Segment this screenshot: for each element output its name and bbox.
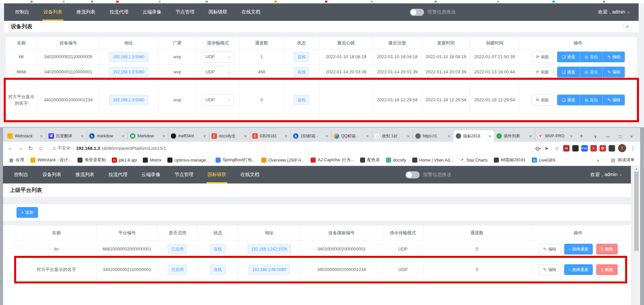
back-icon[interactable]: ←	[6, 143, 15, 153]
browser-tab[interactable]: 译百度翻译×	[46, 130, 87, 142]
nav-item-console[interactable]: 控制台	[8, 3, 36, 21]
channel-button[interactable]: ❏通道	[557, 67, 580, 77]
bookmark-item[interactable]: 66国标28181	[491, 156, 528, 164]
edit-button[interactable]: ✎编辑	[538, 244, 561, 255]
password-key-icon[interactable]	[535, 145, 541, 151]
bookmark-item[interactable]: Home | Vben Ad...	[410, 157, 456, 164]
bookmark-item[interactable]: Motrix	[140, 157, 164, 164]
delete-button[interactable]: ▯删除	[596, 264, 618, 275]
browser-tab[interactable]: b163邮箱 -×	[290, 130, 331, 142]
browser-tab[interactable]: 插件列表×	[494, 130, 535, 142]
browser-tab-active[interactable]: 国标2818×	[453, 130, 494, 142]
apps-shortcut[interactable]: ▦应用	[6, 156, 27, 164]
close-icon[interactable]: ×	[162, 134, 166, 139]
bookmark-star-icon[interactable]: ☆	[552, 143, 561, 153]
select-channel-button[interactable]: ‹选择通道	[564, 244, 593, 255]
browser-tab[interactable]: https://1×	[413, 130, 453, 142]
menu-dots-icon[interactable]: ⋮	[628, 143, 638, 153]
nav-item-device-list[interactable]: 设备列表	[36, 3, 69, 21]
address-badge[interactable]: 192.168.1.3:5060	[109, 67, 148, 77]
bookmark-item[interactable]: SpringBoot打包...	[213, 156, 258, 164]
vue-devtools-icon[interactable]: V	[590, 145, 597, 151]
nav-item-cloud-record[interactable]: 云端录像	[135, 3, 168, 21]
bookmark-item[interactable]: optimus-manage...	[165, 157, 212, 164]
browser-tab[interactable]: Cdocsify生×	[209, 130, 250, 142]
browser-tab[interactable]: QQ邮箱 -×	[331, 130, 372, 142]
browser-tab[interactable]: ΨWVP-PRO×	[535, 130, 576, 142]
nav-item-node-manage[interactable]: 节点管理	[168, 3, 201, 21]
locate-button[interactable]: ◎定位	[580, 67, 603, 77]
bookmark-item[interactable]: ↗Star Charts	[457, 157, 490, 164]
reading-list-button[interactable]: ▤阅读清单	[608, 156, 637, 164]
close-icon[interactable]: ×	[121, 134, 125, 139]
locate-button[interactable]: ◎定位	[580, 52, 603, 62]
bookmarks-overflow-icon[interactable]: »	[594, 158, 601, 163]
nav-item-push-list[interactable]: 推流列表	[69, 3, 102, 21]
nav-item-online-docs[interactable]: 在线文档	[233, 166, 266, 183]
page-scrollbar[interactable]: ▲	[634, 166, 639, 305]
minimize-icon[interactable]: —	[606, 134, 610, 139]
close-icon[interactable]: ×	[365, 134, 369, 139]
select-channel-button[interactable]: ‹选择通道	[564, 264, 593, 275]
maximize-icon[interactable]: □	[619, 134, 622, 139]
edit-button[interactable]: ✎编辑	[538, 264, 561, 275]
adblock-icon[interactable]: ⊘	[600, 145, 606, 151]
home-icon[interactable]: ⌂	[36, 143, 45, 153]
close-icon[interactable]: ×	[243, 134, 247, 139]
nav-item-gb-cascade[interactable]: 国标级联	[200, 166, 233, 183]
close-icon[interactable]: ×	[284, 134, 288, 139]
close-icon[interactable]: ×	[80, 134, 84, 139]
channel-button[interactable]: ❏通道	[557, 95, 580, 105]
profile-avatar[interactable]: I	[618, 144, 626, 152]
edit-button[interactable]: ✎编辑	[603, 52, 625, 62]
close-icon[interactable]: ×	[202, 134, 206, 139]
bookmark-item[interactable]: Ojdk1.8 api	[109, 157, 139, 164]
scroll-up-icon[interactable]: ▲	[634, 166, 639, 171]
channel-button[interactable]: ❏通道	[557, 52, 580, 62]
address-badge[interactable]: 192.168.1.3:5060	[109, 95, 148, 105]
browser-tab[interactable]: ◇收到 1封×	[372, 130, 413, 142]
nav-item-pull-proxy[interactable]: 拉流代理	[101, 166, 134, 183]
bookmark-item[interactable]: Overview (JSIP A...	[259, 157, 307, 164]
forward-icon[interactable]: →	[16, 143, 25, 153]
user-menu[interactable]: 欢迎，admin ∨	[598, 3, 639, 21]
alarm-toggle[interactable]	[406, 171, 420, 178]
refresh-page-button[interactable]: ⟳	[623, 22, 632, 31]
js-extension-icon[interactable]: JS	[563, 145, 570, 151]
nav-item-node-manage[interactable]: 节点管理	[167, 166, 200, 183]
alarm-toggle[interactable]	[410, 9, 424, 16]
browser-tab[interactable]: Webstack×	[5, 130, 46, 142]
bookmark-item[interactable]: 配色表	[358, 156, 382, 164]
browser-tab[interactable]: MMarkdow×	[127, 130, 168, 142]
bookmark-item[interactable]: AJ-Captcha: 行为...	[308, 156, 356, 164]
close-icon[interactable]: ×	[325, 134, 329, 139]
address-badge[interactable]: 192.168.1.242:1506	[248, 244, 291, 254]
locate-button[interactable]: ◎定位	[580, 95, 603, 105]
address-bar[interactable]: ⚠不安全 192.168.1.3:18080/#/parentPlatformL…	[48, 143, 533, 153]
close-icon[interactable]: ×	[488, 134, 492, 139]
nav-item-console[interactable]: 控制台	[7, 166, 35, 183]
bookmark-item[interactable]: QLiveGBS	[529, 157, 558, 164]
close-icon[interactable]: ×	[406, 134, 410, 139]
close-icon[interactable]: ×	[569, 134, 573, 139]
close-icon[interactable]: ×	[39, 134, 43, 139]
nav-item-device-list[interactable]: 设备列表	[35, 166, 68, 183]
stream-mode-select[interactable]: UDP∨	[202, 66, 234, 78]
refresh-button[interactable]: ⟳刷新	[531, 52, 554, 62]
fehelper-icon[interactable]: F12	[581, 145, 588, 151]
tab-search-icon[interactable]: ∨	[594, 134, 597, 139]
stream-mode-select[interactable]: UDP∨	[202, 94, 234, 106]
bookmark-item[interactable]: 免登录复制	[75, 156, 108, 164]
nav-item-push-list[interactable]: 推流列表	[68, 166, 101, 183]
add-button[interactable]: +添加	[17, 207, 38, 218]
dark-reader-icon[interactable]	[572, 145, 579, 151]
address-badge[interactable]: 192.168.1.66:5060	[249, 265, 290, 275]
stream-mode-select[interactable]: UDP∨	[202, 51, 234, 63]
browser-tab[interactable]: bmarkdow×	[87, 130, 127, 142]
close-window-icon[interactable]: ×	[630, 134, 633, 139]
refresh-button[interactable]: ⟳刷新	[531, 95, 554, 105]
nav-item-online-docs[interactable]: 在线文档	[234, 3, 267, 21]
bookmark-item[interactable]: Webstack - 设计...	[28, 156, 74, 164]
reload-icon[interactable]: ↻	[26, 143, 35, 153]
send-to-device-icon[interactable]: ➤	[542, 143, 551, 153]
